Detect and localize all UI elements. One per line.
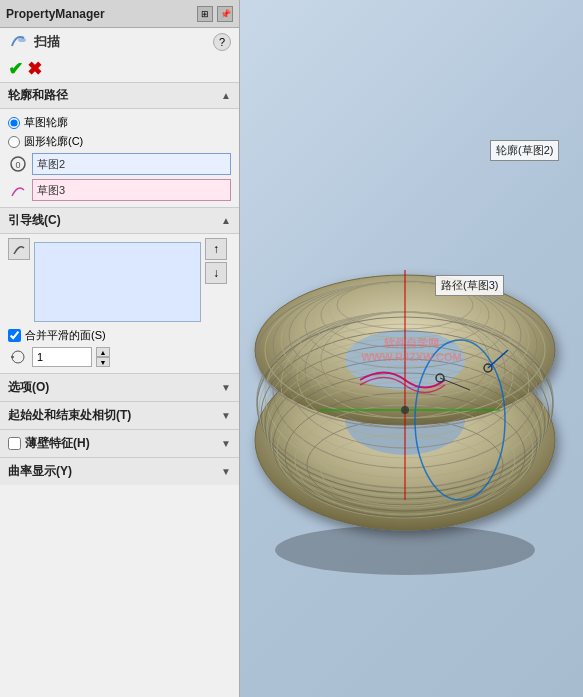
sketch2-row: 0 <box>8 151 231 177</box>
help-button[interactable]: ? <box>213 33 231 51</box>
cancel-button[interactable]: ✖ <box>27 58 42 80</box>
sketch3-row <box>8 177 231 203</box>
svg-text:0: 0 <box>15 160 20 170</box>
merge-smooth-label: 合并平滑的面(S) <box>25 328 106 343</box>
guide-section-header[interactable]: 引导线(C) ▲ <box>0 208 239 234</box>
sweep-title: 扫描 <box>34 33 207 51</box>
svg-point-7 <box>275 525 535 575</box>
guide-section: 引导线(C) ▲ ↑ ↓ <box>0 207 239 373</box>
tangent-title: 起始处和结束处相切(T) <box>8 407 131 424</box>
spin-down-button[interactable]: ▼ <box>96 357 110 367</box>
guide-up-button[interactable]: ↑ <box>205 238 227 260</box>
ok-button[interactable]: ✔ <box>8 58 23 80</box>
circle-profile-radio-row: 圆形轮廓(C) <box>8 132 231 151</box>
sweep-header: 扫描 ? <box>0 28 239 56</box>
sketch3-icon <box>8 180 28 200</box>
thin-header[interactable]: 薄壁特征(H) ▼ <box>0 430 239 457</box>
circle-profile-label: 圆形轮廓(C) <box>24 134 83 149</box>
circle-profile-radio[interactable] <box>8 136 20 148</box>
svg-point-49 <box>401 406 409 414</box>
guide-chevron-icon: ▲ <box>221 215 231 226</box>
guide-icon-col <box>8 238 30 260</box>
property-manager-panel: PropertyManager ⊞ 📌 扫描 ? ✔ ✖ 轮廓和路径 ▲ <box>0 0 240 697</box>
options-chevron-icon: ▼ <box>221 382 231 393</box>
value-spinner: ▲ ▼ <box>96 347 110 367</box>
options-title: 选项(O) <box>8 379 49 396</box>
pin-icon[interactable]: 📌 <box>217 6 233 22</box>
options-header[interactable]: 选项(O) ▼ <box>0 374 239 401</box>
path-label: 路径(草图3) <box>435 275 504 296</box>
sketch2-icon: 0 <box>8 154 28 174</box>
sweep-feature-icon <box>8 32 28 52</box>
curvature-title: 曲率显示(Y) <box>8 463 72 480</box>
curvature-chevron-icon: ▼ <box>221 466 231 477</box>
guide-list-row: ↑ ↓ <box>8 238 231 326</box>
num-value-row: ▲ ▼ <box>8 345 231 369</box>
guide-list[interactable] <box>34 242 201 322</box>
tangency-value-field[interactable] <box>32 347 92 367</box>
curvature-section: 曲率显示(Y) ▼ <box>0 457 239 485</box>
tangent-section: 起始处和结束处相切(T) ▼ <box>0 401 239 429</box>
grid-icon[interactable]: ⊞ <box>197 6 213 22</box>
header-icons: ⊞ 📌 <box>197 6 233 22</box>
panel-header: PropertyManager ⊞ 📌 <box>0 0 239 28</box>
panel-title: PropertyManager <box>6 7 105 21</box>
profile-section-header[interactable]: 轮廓和路径 ▲ <box>0 83 239 109</box>
thin-title: 薄壁特征(H) <box>25 435 90 452</box>
tangency-icon <box>8 347 28 367</box>
thin-chevron-icon: ▼ <box>221 438 231 449</box>
thin-section: 薄壁特征(H) ▼ <box>0 429 239 457</box>
merge-smooth-checkbox[interactable] <box>8 329 21 342</box>
options-section: 选项(O) ▼ <box>0 373 239 401</box>
sketch-profile-radio-row: 草图轮廓 <box>8 113 231 132</box>
sketch-profile-radio[interactable] <box>8 117 20 129</box>
guide-order-buttons: ↑ ↓ <box>205 238 227 284</box>
profile-section-content: 草图轮廓 圆形轮廓(C) 0 <box>0 109 239 207</box>
sketch-profile-label: 草图轮廓 <box>24 115 68 130</box>
profile-label: 轮廓(草图2) <box>490 140 559 161</box>
tangent-chevron-icon: ▼ <box>221 410 231 421</box>
thin-checkbox[interactable] <box>8 437 21 450</box>
profile-chevron-icon: ▲ <box>221 90 231 101</box>
spin-up-button[interactable]: ▲ <box>96 347 110 357</box>
svg-point-0 <box>18 38 26 42</box>
curvature-header[interactable]: 曲率显示(Y) ▼ <box>0 458 239 485</box>
profile-section: 轮廓和路径 ▲ 草图轮廓 圆形轮廓(C) 0 <box>0 82 239 207</box>
sketch2-field[interactable] <box>32 153 231 175</box>
action-buttons: ✔ ✖ <box>0 56 239 82</box>
guide-add-icon <box>8 238 30 260</box>
torus-svg <box>240 20 580 660</box>
tangent-header[interactable]: 起始处和结束处相切(T) ▼ <box>0 402 239 429</box>
sketch3-field[interactable] <box>32 179 231 201</box>
guide-section-title: 引导线(C) <box>8 212 61 229</box>
merge-smooth-row: 合并平滑的面(S) <box>8 326 231 345</box>
3d-viewport[interactable]: 软件自学网 WWW.RJZXW.COM <box>240 0 583 697</box>
guide-down-button[interactable]: ↓ <box>205 262 227 284</box>
profile-section-title: 轮廓和路径 <box>8 87 68 104</box>
guide-section-content: ↑ ↓ 合并平滑的面(S) <box>0 234 239 373</box>
